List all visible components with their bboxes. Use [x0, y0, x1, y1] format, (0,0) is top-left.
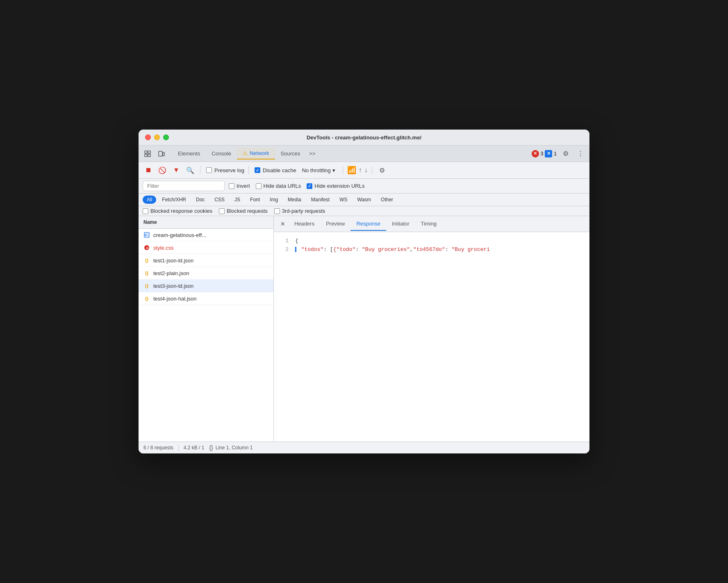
file-item-cream[interactable]: ≡ cream-gelatinous-eff...	[139, 229, 273, 241]
separator-2	[248, 166, 249, 174]
throttle-arrow-icon: ▾	[332, 167, 335, 173]
preserve-log-group: Preserve log	[206, 167, 244, 173]
file-item-test3[interactable]: {} test3-json-ld.json	[139, 280, 273, 292]
cursor-position: Line 1, Column 1	[216, 445, 253, 451]
file-item-style[interactable]: ✕ style.css	[139, 241, 273, 254]
filter-wasm[interactable]: Wasm	[353, 196, 375, 204]
file-name-test3: test3-json-ld.json	[153, 283, 193, 289]
filter-js[interactable]: JS	[230, 196, 244, 204]
filter-media[interactable]: Media	[284, 196, 305, 204]
upload-icon[interactable]: ↑	[359, 166, 362, 174]
json-key-todos: "todos"	[301, 246, 324, 253]
tab-response[interactable]: Response	[350, 217, 386, 231]
settings-icon[interactable]: ⚙	[560, 148, 571, 159]
svg-text:✕: ✕	[146, 246, 149, 250]
status-size: 4.2 kB / 1	[179, 445, 209, 451]
tab-console[interactable]: Console	[206, 148, 237, 159]
filter-all[interactable]: All	[143, 196, 156, 204]
filter-other[interactable]: Other	[377, 196, 397, 204]
file-list-header: Name	[139, 216, 273, 229]
more-options-icon[interactable]: ⋮	[575, 148, 586, 159]
disable-cache-checkbox[interactable]	[255, 167, 260, 173]
filter-input[interactable]	[147, 183, 220, 189]
tab-icons	[142, 148, 167, 159]
traffic-lights	[145, 134, 169, 140]
file-list: Name ≡ cream-gelatinous-eff... ✕	[139, 216, 274, 442]
blocked-cookies-label: Blocked response cookies	[150, 208, 212, 214]
tab-headers[interactable]: Headers	[289, 217, 320, 231]
file-item-test4[interactable]: {} test4-json-hal.json	[139, 292, 273, 305]
blocked-cookies-checkbox[interactable]	[143, 208, 148, 214]
status-requests: 6 / 8 requests	[143, 445, 179, 451]
filter-font[interactable]: Font	[246, 196, 264, 204]
maximize-button[interactable]	[163, 134, 169, 140]
svg-rect-2	[145, 154, 147, 157]
detail-close-button[interactable]: ✕	[277, 216, 289, 232]
blocked-requests-filter[interactable]: Blocked requests	[219, 208, 268, 214]
minimize-button[interactable]	[154, 134, 160, 140]
toolbar: ⏹ 🚫 ▼ 🔍 Preserve log Disable cache No th…	[139, 162, 589, 179]
separator-1	[200, 166, 200, 174]
third-party-checkbox[interactable]	[274, 208, 280, 214]
filter-options: Invert Hide data URLs Hide extension URL…	[229, 183, 364, 189]
download-icon[interactable]: ↓	[364, 166, 368, 174]
filter-input-wrap[interactable]	[143, 181, 225, 191]
hide-data-urls-option[interactable]: Hide data URLs	[256, 183, 301, 189]
tab-initiator[interactable]: Initiator	[386, 217, 415, 231]
line-content-1: {	[295, 237, 298, 246]
filter-manifest[interactable]: Manifest	[307, 196, 334, 204]
filter-img[interactable]: Img	[266, 196, 282, 204]
device-icon[interactable]	[156, 148, 167, 159]
file-item-test1[interactable]: {} test1-json-ld.json	[139, 254, 273, 267]
json-icon-test1: {}	[143, 257, 150, 264]
invert-option[interactable]: Invert	[229, 183, 250, 189]
line-content-2: "todos": [{"todo": "Buy groceries","to45…	[295, 246, 490, 254]
code-line-1: 1 {	[280, 237, 583, 246]
blocked-requests-checkbox[interactable]	[219, 208, 225, 214]
network-settings-button[interactable]: ⚙	[376, 164, 388, 176]
separator-3	[343, 166, 343, 174]
tab-network[interactable]: ⚠ Network	[237, 148, 275, 159]
filter-ws[interactable]: WS	[335, 196, 351, 204]
file-name-test4: test4-json-hal.json	[153, 296, 197, 302]
tab-elements[interactable]: Elements	[172, 148, 206, 159]
filter-doc[interactable]: Doc	[192, 196, 209, 204]
blocked-cookies-filter[interactable]: Blocked response cookies	[143, 208, 212, 214]
clear-button[interactable]: 🚫	[157, 164, 168, 176]
hide-data-urls-checkbox[interactable]	[256, 183, 262, 189]
more-tabs-button[interactable]: >>	[306, 148, 318, 159]
svg-text:≡: ≡	[145, 233, 147, 237]
network-conditions-icon[interactable]: 📶	[347, 166, 356, 175]
throttle-select[interactable]: No throttling ▾	[299, 166, 339, 175]
preserve-log-checkbox[interactable]	[206, 167, 212, 173]
inspect-icon[interactable]	[142, 148, 153, 159]
search-button[interactable]: 🔍	[184, 164, 196, 176]
devtools-window: DevTools - cream-gelatinous-effect.glitc…	[139, 130, 589, 453]
tab-preview[interactable]: Preview	[320, 217, 350, 231]
filter-css[interactable]: CSS	[210, 196, 229, 204]
json-key-to4567do: "to4567do"	[413, 246, 445, 253]
filter-icon-button[interactable]: ▼	[171, 164, 182, 176]
tab-timing[interactable]: Timing	[415, 217, 443, 231]
title-bar: DevTools - cream-gelatinous-effect.glitc…	[139, 130, 589, 146]
hide-extension-urls-checkbox[interactable]	[307, 183, 312, 189]
error-badge-group: ✕ 3 ✕ 1	[532, 150, 557, 157]
file-name-cream: cream-gelatinous-eff...	[153, 232, 206, 238]
warning-count-badge: ✕	[545, 150, 552, 157]
stop-recording-button[interactable]: ⏹	[143, 164, 154, 176]
hide-extension-urls-option[interactable]: Hide extension URLs	[307, 183, 364, 189]
invert-checkbox[interactable]	[229, 183, 234, 189]
status-bar: 6 / 8 requests 4.2 kB / 1 {} Line 1, Col…	[139, 442, 589, 453]
doc-icon: ≡	[143, 232, 150, 238]
third-party-filter[interactable]: 3rd-party requests	[274, 208, 325, 214]
blue-bar-indicator	[295, 247, 296, 252]
format-icon[interactable]: {}	[209, 444, 213, 451]
error-count: 3	[541, 151, 544, 157]
file-item-test2[interactable]: {} test2-plain.json	[139, 267, 273, 280]
close-button[interactable]	[145, 134, 151, 140]
filter-fetch-xhr[interactable]: Fetch/XHR	[158, 196, 190, 204]
window-title: DevTools - cream-gelatinous-effect.glitc…	[307, 134, 421, 141]
json-value-buy-groceri: "Buy groceri	[452, 246, 490, 253]
tab-sources[interactable]: Sources	[275, 148, 306, 159]
third-party-label: 3rd-party requests	[282, 208, 325, 214]
